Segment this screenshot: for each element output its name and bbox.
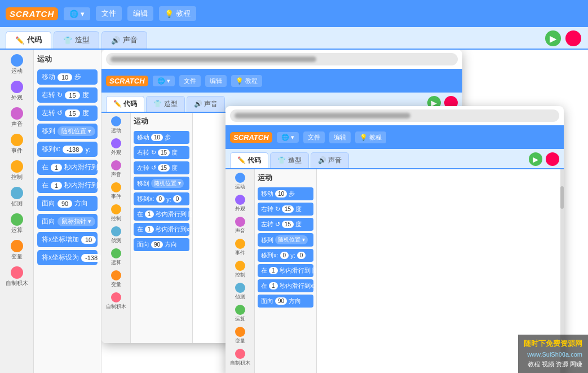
- block-goto-xy[interactable]: 移到x:-138 y:: [37, 142, 98, 157]
- red-stop-btn[interactable]: [565, 30, 581, 46]
- cat-variables[interactable]: 变量: [2, 238, 32, 263]
- inner-topbar-1: SCRATCH 🌐 ▾ 文件 编辑 💡 教程: [101, 69, 462, 93]
- inner-globe-btn-1[interactable]: 🌐 ▾: [153, 76, 175, 86]
- inner-block-right-1[interactable]: 右转 ↻ 15 度: [134, 146, 189, 159]
- inner-tab-code-2[interactable]: ✏️ 代码: [230, 152, 268, 168]
- block-glide-xy[interactable]: 在 1 秒内滑行到x:: [37, 178, 98, 193]
- window-layer: SCRATCH 🌐 ▾ 文件 编辑 💡 教程 ✏️ 代码 👕 造型 🔊 声音 ▶: [101, 50, 588, 373]
- cat-operators[interactable]: 运算: [2, 211, 32, 236]
- inner-block-left-2[interactable]: 左转 ↺ 15 度: [258, 218, 313, 231]
- cat-motion[interactable]: 运动: [2, 52, 32, 77]
- inner-block-goto-1[interactable]: 移到 随机位置 ▾: [134, 177, 189, 190]
- inner-tab-sounds-1[interactable]: 🔊 声音: [187, 96, 225, 112]
- block-face-toward[interactable]: 面向 鼠标指针 ▾: [37, 214, 98, 229]
- cat-sensing[interactable]: 侦测: [2, 185, 32, 210]
- inner-content-2: 运动 外观 声音 事件: [226, 169, 564, 373]
- inner-tab-costumes-1[interactable]: 👕 造型: [146, 96, 184, 112]
- inner-cat-events-2[interactable]: 事件: [227, 237, 254, 258]
- inner-file-btn-2[interactable]: 文件: [303, 131, 325, 143]
- block-right-turn[interactable]: 右转 ↻ 15 度: [37, 87, 98, 103]
- block-glide-to[interactable]: 在 1 秒内滑行到: [37, 160, 98, 175]
- inner-cat-control-2[interactable]: 控制: [227, 259, 254, 280]
- inner-block-glide-xy-2[interactable]: 在 1 秒内滑行到x: 0: [258, 279, 313, 292]
- inner-cat-operators-1[interactable]: 运算: [103, 247, 130, 268]
- dot: [111, 270, 121, 280]
- inner-block-glide-1[interactable]: 在 1 秒内滑行到 随机位置: [134, 208, 189, 221]
- cat-looks[interactable]: 外观: [2, 78, 32, 104]
- inner-cat-looks-2[interactable]: 外观: [227, 193, 254, 214]
- inner-tutorial-btn-2[interactable]: 💡 教程: [355, 131, 386, 143]
- block-goto-dropdown[interactable]: 随机位置 ▾: [58, 126, 95, 136]
- inner-cat-looks-1[interactable]: 外观: [103, 137, 130, 158]
- block-goto[interactable]: 移到 随机位置 ▾: [37, 124, 98, 139]
- block-left-turn[interactable]: 左转 ↺ 15 度: [37, 106, 98, 121]
- dot: [235, 305, 245, 315]
- block-set-x[interactable]: 将x坐标设为 -138: [37, 250, 98, 265]
- tab-bar: ✏️ 代码 👕 造型 🔊 声音 ▶: [0, 27, 588, 50]
- tab-code[interactable]: ✏️ 代码: [6, 31, 51, 49]
- main-content: 运动 外观 声音 事件 控制 侦测 运算 变量: [0, 50, 588, 373]
- cat-myblocks[interactable]: 自制积木: [2, 264, 32, 289]
- dot: [111, 138, 121, 148]
- block-direction[interactable]: 面向 90 方向: [37, 196, 98, 211]
- inner-cat-events-1[interactable]: 事件: [103, 181, 130, 202]
- inner-block-right-2[interactable]: 右转 ↻ 15 度: [258, 203, 313, 216]
- inner-cat-sensing-1[interactable]: 侦测: [103, 225, 130, 246]
- code-icon: ✏️: [15, 36, 24, 45]
- inner-block-left-1[interactable]: 左转 ↺ 15 度: [134, 161, 189, 174]
- tutorial-btn[interactable]: 💡 教程: [159, 6, 196, 21]
- cat-sensing-dot: [11, 187, 23, 199]
- addr-bar-2: [230, 109, 559, 122]
- inner-logo-1: SCRATCH: [106, 76, 148, 86]
- inner-cat-variables-1[interactable]: 变量: [103, 269, 130, 290]
- watermark-url: www.SuiShiXia.com: [524, 350, 582, 360]
- inner-red-stop-2[interactable]: [546, 152, 559, 166]
- inner-cat-sound-1[interactable]: 声音: [103, 159, 130, 180]
- inner-edit-btn-1[interactable]: 编辑: [205, 75, 227, 87]
- inner-cat-motion-2[interactable]: 运动: [227, 171, 254, 192]
- inner-block-move-1[interactable]: 移动 10 步: [134, 131, 189, 144]
- inner-block-goto-2[interactable]: 移到 随机位置 ▾: [258, 233, 313, 247]
- inner-cat-motion-1[interactable]: 运动: [103, 115, 130, 136]
- inner-cat-control-1[interactable]: 控制: [103, 203, 130, 224]
- inner-edit-btn-2[interactable]: 编辑: [329, 131, 351, 143]
- inner-block-xy-1[interactable]: 移到x:0 y:0: [134, 192, 189, 205]
- globe-btn[interactable]: 🌐 ▾: [64, 7, 90, 20]
- file-btn[interactable]: 文件: [96, 6, 122, 21]
- inner-tab-sounds-2[interactable]: 🔊 声音: [311, 152, 349, 168]
- inner-cat-sound-2[interactable]: 声音: [227, 215, 254, 236]
- cat-events[interactable]: 事件: [2, 131, 32, 157]
- inner-tab-costumes-2[interactable]: 👕 造型: [270, 152, 308, 168]
- inner-globe-btn-2[interactable]: 🌐 ▾: [277, 132, 299, 143]
- inner-cat-myblocks-2[interactable]: 自制积木: [227, 347, 254, 368]
- inner-cat-variables-2[interactable]: 变量: [227, 325, 254, 346]
- inner-tab-code-1[interactable]: ✏️ 代码: [106, 96, 144, 112]
- inner-window-2[interactable]: SCRATCH 🌐 ▾ 文件 编辑 💡 教程 ✏️ 代码 👕 造型 🔊 声音 ▶: [226, 106, 564, 373]
- edit-btn[interactable]: 编辑: [127, 6, 153, 21]
- inner-block-dir-1[interactable]: 面向 90 方向: [134, 238, 189, 251]
- inner-cat-sensing-2[interactable]: 侦测: [227, 281, 254, 302]
- inner-cat-operators-2[interactable]: 运算: [227, 303, 254, 324]
- tab-costumes[interactable]: 👕 造型: [54, 31, 99, 49]
- inner-block-xy-2[interactable]: 移到x:0 y:0: [258, 249, 313, 262]
- inner-file-btn-1[interactable]: 文件: [179, 75, 201, 87]
- inner-block-glide-xy-1[interactable]: 在 1 秒内滑行到x: 0: [134, 223, 189, 236]
- globe-icon: 🌐: [69, 10, 78, 18]
- inner-green-flag-2[interactable]: ▶: [529, 152, 542, 166]
- block-move[interactable]: 移动 10 步: [37, 69, 98, 85]
- dot: [235, 173, 245, 183]
- watermark-tags: 教程 视频 资源 网赚: [524, 359, 582, 370]
- inner-block-dir-2[interactable]: 面向 90 方向: [258, 295, 313, 308]
- inner-block-glide-rand-2[interactable]: 在 1 秒内滑行到 随机位置: [258, 264, 313, 277]
- tab-sounds[interactable]: 🔊 声音: [101, 31, 147, 49]
- block-change-x[interactable]: 将x坐标增加 10: [37, 232, 98, 247]
- cat-sound[interactable]: 声音: [2, 105, 32, 130]
- inner-cat-myblocks-1[interactable]: 自制积木: [103, 291, 130, 312]
- inner-tutorial-btn-1[interactable]: 💡 教程: [231, 75, 262, 87]
- inner-blocks-panel-2: 运动 移动 10 步 右转 ↻ 15 度 左转 ↺ 15 度 移到 随机位置 ▾: [255, 169, 317, 373]
- green-flag-btn[interactable]: ▶: [545, 30, 561, 46]
- block-toward-dropdown[interactable]: 鼠标指针 ▾: [58, 217, 95, 226]
- cat-sound-label: 声音: [11, 120, 23, 128]
- cat-control[interactable]: 控制: [2, 158, 32, 183]
- inner-block-move-2[interactable]: 移动 10 步: [258, 187, 313, 200]
